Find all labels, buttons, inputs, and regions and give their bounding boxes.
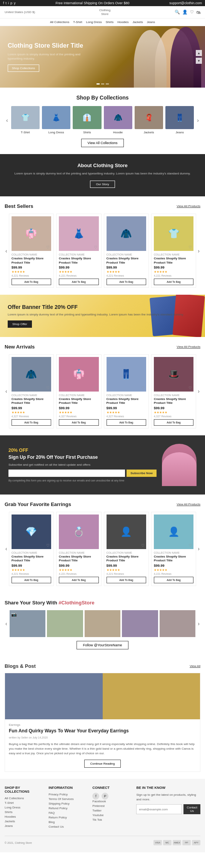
footer-facebook-icon[interactable]: f: [92, 793, 99, 800]
wishlist-icon-1[interactable]: ♡: [46, 245, 50, 249]
footer-social-twitter[interactable]: Twitter: [92, 809, 132, 812]
instagram-icon[interactable]: i: [8, 1, 9, 5]
earrings-next-btn[interactable]: ›: [197, 546, 200, 552]
hero-dot-2[interactable]: [101, 83, 104, 85]
footer-faq[interactable]: FAQ: [48, 811, 88, 815]
earring-card-4[interactable]: 👤 ♡ COLLECTION NAME Crastes Shopify Stor…: [151, 512, 196, 586]
instagram-item-1[interactable]: 📷: [10, 610, 46, 637]
instagram-item-4[interactable]: [122, 610, 158, 637]
earrings-prev-btn[interactable]: ‹: [5, 546, 8, 552]
add-to-bag-btn-4[interactable]: Add To Bag: [154, 279, 193, 285]
new-add-to-bag-btn-2[interactable]: Add To Bag: [59, 419, 98, 426]
wishlist-icon[interactable]: ♡: [190, 10, 194, 15]
wishlist-icon-2[interactable]: ♡: [94, 245, 97, 249]
facebook-icon[interactable]: f: [3, 1, 4, 5]
collection-jackets[interactable]: 🧣 Jackets: [135, 106, 163, 134]
earring-card-3[interactable]: 👤 ♡ COLLECTION NAME Crastes Shopify Stor…: [104, 512, 149, 586]
user-icon[interactable]: 👤: [182, 10, 188, 15]
instagram-item-5[interactable]: [160, 610, 196, 637]
collection-longdress[interactable]: 👗 Long Dress: [42, 106, 70, 134]
earring-wish-1[interactable]: ♡: [46, 543, 50, 548]
product-card-4[interactable]: 👕 ♡ COLLECTION NAME Crastes Shopify Stor…: [151, 214, 196, 288]
wishlist-icon-3[interactable]: ♡: [141, 245, 145, 249]
new-add-to-bag-btn-1[interactable]: Add To Bag: [12, 419, 51, 426]
blog-view-all[interactable]: View All: [190, 664, 200, 668]
wishlist-icon-4[interactable]: ♡: [188, 245, 192, 249]
collections-prev-btn[interactable]: ‹: [5, 117, 10, 123]
collection-tshirt[interactable]: 👕 T-Shirt: [11, 106, 40, 134]
instagram-item-3[interactable]: [85, 610, 121, 637]
new-product-card-4[interactable]: 🎩 ♡ COLLECTION NAME Crastes Shopify Stor…: [151, 354, 196, 428]
signup-submit-btn[interactable]: Subscribe Now: [127, 470, 157, 477]
product-card-1[interactable]: 👘 ♡ COLLECTION NAME Crastes Shopify Stor…: [9, 214, 54, 288]
footer-contact[interactable]: Contact Us: [48, 825, 88, 828]
nav-tshirt[interactable]: T-Shirt: [73, 20, 82, 24]
footer-email-input[interactable]: [136, 804, 182, 814]
collection-jeans[interactable]: 👖 Jeans: [165, 106, 194, 134]
hero-dot-3[interactable]: [106, 83, 109, 85]
youtube-icon[interactable]: y: [14, 1, 16, 5]
footer-hoodies[interactable]: Hoodies: [5, 815, 44, 818]
hero-prev-arrow[interactable]: ▲: [196, 50, 202, 56]
footer-jeans[interactable]: Jeans: [5, 824, 44, 828]
product-card-3[interactable]: 🧥 ♡ COLLECTION NAME Crastes Shopify Stor…: [104, 214, 149, 288]
instagram-next-btn[interactable]: ›: [197, 621, 200, 627]
best-sellers-view-all[interactable]: View All Products: [177, 204, 200, 208]
footer-social-tiktok[interactable]: Tik Tok: [92, 818, 132, 822]
currency-selector[interactable]: United States (USD $): [5, 10, 35, 14]
earring-add-btn-3[interactable]: Add To Bag: [107, 577, 146, 583]
nav-long-dress[interactable]: Long Dress: [86, 20, 102, 24]
view-all-collections-btn[interactable]: View All Collections: [81, 139, 124, 147]
footer-terms[interactable]: Terms Of Services: [48, 797, 88, 801]
earring-wish-2[interactable]: ♡: [94, 543, 97, 548]
product-card-2[interactable]: 👗 ♡ COLLECTION NAME Crastes Shopify Stor…: [56, 214, 101, 288]
search-icon[interactable]: 🔍: [175, 10, 180, 15]
collections-next-btn[interactable]: ›: [195, 117, 200, 123]
new-wishlist-icon-1[interactable]: ♡: [46, 386, 50, 390]
earring-card-2[interactable]: 💍 ♡ COLLECTION NAME Crastes Shopify Stor…: [56, 512, 101, 586]
footer-pinterest-icon[interactable]: P: [102, 793, 108, 800]
continue-reading-btn[interactable]: Continue Reading: [84, 760, 120, 768]
cart-icon[interactable]: 🛍: [196, 10, 200, 15]
footer-privacy[interactable]: Privacy Policy: [48, 793, 88, 796]
nav-jeans[interactable]: Jeans: [147, 20, 155, 24]
add-to-bag-btn-3[interactable]: Add To Bag: [107, 279, 146, 285]
new-product-card-1[interactable]: 🧥 ♡ COLLECTION NAME Crastes Shopify Stor…: [9, 354, 54, 428]
footer-social-facebook[interactable]: Facebook: [92, 800, 132, 803]
earring-wish-4[interactable]: ♡: [188, 543, 192, 548]
footer-tshirt[interactable]: T-Shirt: [5, 801, 44, 805]
footer-jackets[interactable]: Jackets: [5, 820, 44, 823]
new-wishlist-icon-3[interactable]: ♡: [141, 386, 145, 390]
earring-card-1[interactable]: 💎 ♡ COLLECTION NAME Crastes Shopify Stor…: [9, 512, 54, 586]
signup-email-input[interactable]: [8, 470, 125, 477]
footer-refund[interactable]: Refund Policy: [48, 807, 88, 810]
shop-offer-btn[interactable]: Shop Offer: [8, 320, 32, 328]
footer-blog[interactable]: Blog: [48, 820, 88, 824]
nav-shirts[interactable]: Shirts: [106, 20, 113, 24]
footer-email-btn[interactable]: Contact Us: [183, 804, 200, 814]
twitter-icon[interactable]: t: [6, 1, 7, 5]
footer-long-dress[interactable]: Long Dress: [5, 806, 44, 809]
new-wishlist-icon-2[interactable]: ♡: [94, 386, 97, 390]
hero-dot-1[interactable]: [97, 83, 100, 85]
new-arrivals-view-all[interactable]: View All Products: [177, 345, 200, 349]
hero-cta-button[interactable]: Shop Collections: [8, 65, 39, 72]
collection-hoodie[interactable]: 🧥 Hoodie: [104, 106, 132, 134]
collection-shirts[interactable]: 👔 Shirts: [73, 106, 101, 134]
new-wishlist-icon-4[interactable]: ♡: [188, 386, 192, 390]
site-logo[interactable]: Clothing Store: [99, 8, 110, 16]
hero-next-arrow[interactable]: ▼: [196, 58, 202, 64]
footer-shirts[interactable]: Shirts: [5, 810, 44, 814]
instagram-follow-btn[interactable]: Follow @YourStoreName: [77, 641, 128, 649]
footer-social-pinterest[interactable]: Pinterest: [92, 804, 132, 808]
best-sellers-next-btn[interactable]: ›: [197, 248, 200, 254]
add-to-bag-btn-2[interactable]: Add To Bag: [59, 279, 98, 285]
footer-social-youtube[interactable]: Youtube: [92, 813, 132, 817]
new-product-card-2[interactable]: 👘 ♡ COLLECTION NAME Crastes Shopify Stor…: [56, 354, 101, 428]
earring-add-btn-4[interactable]: Add To Bag: [154, 577, 193, 583]
pinterest-icon[interactable]: p: [10, 1, 12, 5]
instagram-item-2[interactable]: [47, 610, 83, 637]
social-links[interactable]: f t i p y: [3, 1, 16, 5]
best-sellers-prev-btn[interactable]: ‹: [5, 248, 8, 254]
nav-all-collections[interactable]: All Collections: [50, 20, 69, 24]
